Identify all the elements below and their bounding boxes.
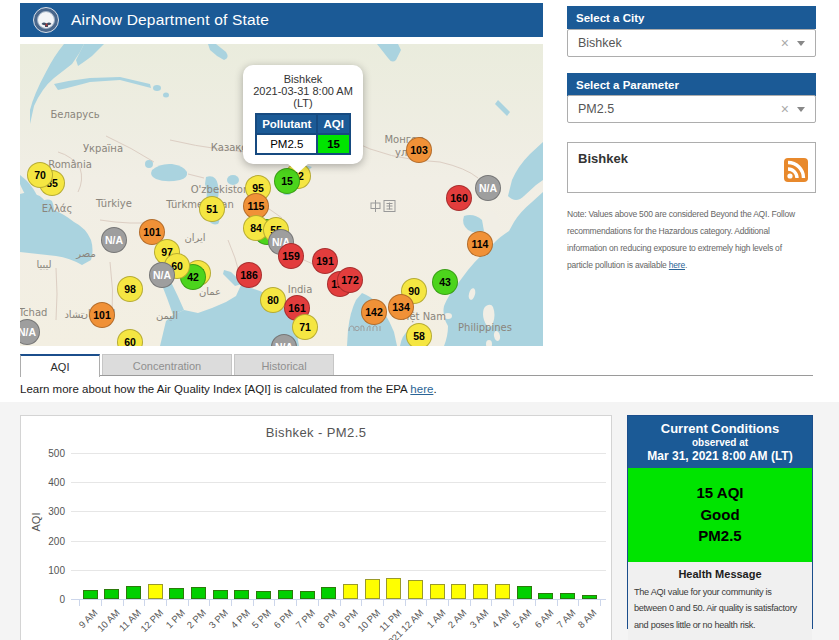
epa-link[interactable]: here: [410, 383, 433, 395]
aqi-marker[interactable]: 191: [312, 248, 338, 274]
map-place-label: اليمن: [156, 310, 178, 321]
chart-bar[interactable]: [169, 588, 184, 599]
chart-bar[interactable]: [365, 579, 380, 599]
aqi-marker[interactable]: 58: [406, 323, 432, 346]
chart-x-label: 6 AM: [532, 607, 555, 630]
chart-x-label: 10 PM: [355, 607, 382, 634]
aqi-marker[interactable]: 134: [388, 294, 414, 320]
aqi-marker[interactable]: 43: [432, 269, 458, 295]
chart-x-label: 1 AM: [424, 607, 447, 630]
map-place-label: Türkiye: [96, 198, 132, 209]
aqi-marker[interactable]: N/A: [149, 262, 175, 288]
chart-x-label: 8 AM: [576, 607, 599, 630]
chart-x-tick: [253, 600, 254, 606]
current-parameter: PM2.5: [628, 525, 812, 547]
chart-x-label: 5 AM: [511, 607, 534, 630]
tab-concentration[interactable]: Concentration: [102, 354, 232, 376]
map-place-label: India: [288, 284, 313, 295]
aqi-marker[interactable]: 114: [467, 231, 493, 257]
chart-bar[interactable]: [386, 578, 401, 599]
chart-bar[interactable]: [408, 580, 423, 599]
aqi-marker[interactable]: 186: [236, 262, 262, 288]
chart-bar[interactable]: [256, 591, 271, 599]
current-conditions-title: Current Conditions: [630, 421, 810, 436]
aqi-marker[interactable]: 101: [89, 302, 115, 328]
rss-icon[interactable]: [784, 158, 808, 186]
aqi-marker[interactable]: 142: [361, 299, 387, 325]
chart-x-label: 3 AM: [467, 607, 490, 630]
popup-table: Pollutant AQI PM2.5 15: [255, 113, 351, 155]
chart-x-tick: [274, 600, 275, 606]
chart-bar[interactable]: [104, 589, 119, 599]
popup-col-pollutant: Pollutant: [256, 114, 317, 134]
aqi-marker[interactable]: 103: [406, 137, 432, 163]
chart-bar[interactable]: [126, 586, 141, 599]
tab-aqi[interactable]: AQI: [20, 354, 100, 377]
popup-col-aqi: AQI: [317, 114, 349, 134]
chart-gridline: [71, 570, 606, 571]
chart-x-tick: [535, 600, 536, 606]
current-conditions-panel: Current Conditions observed at Mar 31, 2…: [627, 415, 813, 629]
chart-title: Bishkek - PM2.5: [21, 425, 611, 440]
parameter-clear-icon[interactable]: ×: [781, 101, 789, 117]
tab-historical[interactable]: Historical: [234, 354, 334, 376]
chart-bar[interactable]: [430, 584, 445, 599]
current-conditions-datetime: Mar 31, 2021 8:00 AM (LT): [630, 449, 810, 463]
chart-x-label: 7 PM: [293, 607, 316, 630]
city-caret-icon[interactable]: [797, 41, 805, 46]
chart-bar[interactable]: [83, 590, 98, 599]
chart-x-tick: [426, 600, 427, 606]
chart-bar[interactable]: [343, 584, 358, 599]
chart-bar[interactable]: [582, 595, 597, 599]
chart-y-tick-label: 100: [25, 565, 65, 576]
chart-bar[interactable]: [451, 584, 466, 599]
map-place-label: Беларусь: [50, 109, 99, 120]
note-text: Note: Values above 500 are considered Be…: [567, 206, 807, 274]
city-select[interactable]: Bishkek ×: [567, 29, 816, 57]
chart-x-tick: [296, 600, 297, 606]
aqi-marker[interactable]: N/A: [101, 227, 127, 253]
parameter-select[interactable]: PM2.5 ×: [567, 95, 816, 123]
map-place-label: Tchad: [20, 307, 47, 318]
map-popup: Bishkek 2021-03-31 8:00 AM (LT) Pollutan…: [243, 65, 363, 164]
aqi-marker[interactable]: 71: [292, 314, 318, 340]
chart-bar[interactable]: [213, 590, 228, 599]
chart-bar[interactable]: [191, 587, 206, 599]
health-message-header: Health Message: [634, 568, 806, 580]
chart-bar[interactable]: [473, 584, 488, 599]
chart-gridline: [71, 511, 606, 512]
learn-more-text: Learn more about how the Air Quality Ind…: [20, 383, 437, 395]
chart-bar[interactable]: [234, 590, 249, 599]
airnow-page: AirNow Department of State: [0, 0, 839, 640]
aqi-marker[interactable]: 172: [337, 267, 363, 293]
parameter-caret-icon[interactable]: [797, 107, 805, 112]
aqi-marker[interactable]: 70: [27, 162, 53, 188]
chart-bar[interactable]: [300, 591, 315, 599]
aqi-chart: Bishkek - PM2.5 AQI 0100200300400500 9 A…: [20, 415, 612, 640]
popup-pollutant-value: PM2.5: [256, 134, 317, 154]
aqi-marker[interactable]: 160: [446, 185, 472, 211]
aqi-marker[interactable]: 80: [260, 287, 286, 313]
chart-y-tick-label: 400: [25, 477, 65, 488]
chart-x-label: 11 AM: [117, 607, 143, 633]
popup-timezone: (LT): [243, 98, 363, 110]
chart-bar[interactable]: [148, 584, 163, 599]
chart-bar[interactable]: [321, 587, 336, 599]
map-place-label: ايران: [184, 232, 205, 243]
current-aqi-box: 15 AQI Good PM2.5: [628, 468, 812, 562]
aqi-marker[interactable]: 159: [278, 243, 304, 269]
chart-bar[interactable]: [538, 593, 553, 599]
chart-x-tick: [188, 600, 189, 606]
aqi-marker[interactable]: N/A: [475, 175, 501, 201]
chart-bar[interactable]: [517, 586, 532, 599]
health-message-box: Health Message The AQI value for your co…: [628, 562, 812, 640]
chart-x-label: 4 PM: [228, 607, 251, 630]
aqi-marker[interactable]: 51: [199, 196, 225, 222]
chart-bar[interactable]: [495, 584, 510, 599]
note-link[interactable]: here: [669, 260, 685, 270]
chart-bar[interactable]: [278, 590, 293, 599]
city-clear-icon[interactable]: ×: [781, 35, 789, 51]
chart-bar[interactable]: [560, 593, 575, 599]
aqi-marker[interactable]: 98: [117, 276, 143, 302]
aqi-map[interactable]: DeutschlandItaliaБеларусьУкраїнаRomâniaΕ…: [20, 44, 543, 346]
